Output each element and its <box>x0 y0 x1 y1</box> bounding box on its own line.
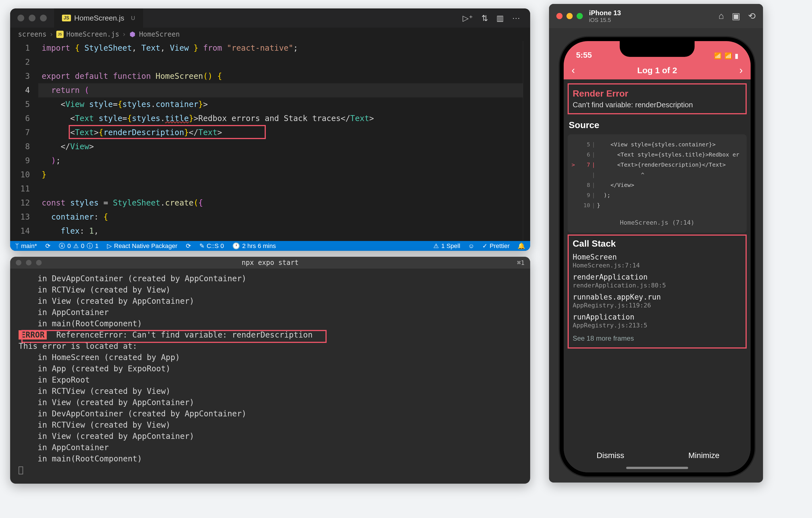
stack-frame[interactable]: runApplicationAppRegistry.js:213:5 <box>573 313 742 329</box>
stack-frame[interactable]: renderApplicationrenderApplication.js:80… <box>573 273 742 289</box>
simulator-titlebar: iPhone 13 iOS 15.5 ⌂ ▣ ⟲ <box>549 4 763 28</box>
breadcrumb-item[interactable]: HomeScreen.js <box>66 30 119 38</box>
terminal-titlebar: npx expo start ⌘1 <box>10 257 530 268</box>
home-indicator[interactable] <box>626 467 688 469</box>
more-icon[interactable]: ⋯ <box>512 13 520 23</box>
line-gutter: 1234567891011121314 <box>10 41 38 241</box>
vscode-window: JS HomeScreen.js U ▷⁺ ⇅ ▥ ⋯ screens› JS … <box>10 8 530 251</box>
minimap[interactable] <box>523 41 530 241</box>
split-editor-icon[interactable]: ▥ <box>496 13 504 23</box>
packager-status[interactable]: ▷ React Native Packager <box>107 242 177 250</box>
vscode-tabbar: JS HomeScreen.js U ▷⁺ ⇅ ▥ ⋯ <box>10 8 530 28</box>
source-block: 5| <View style={styles.container}> 6| <T… <box>568 134 747 233</box>
redbox-body[interactable]: Render Error Can't find variable: render… <box>564 79 751 352</box>
editor-tools: ▷⁺ ⇅ ▥ ⋯ <box>463 13 530 23</box>
git-compare-icon[interactable]: ⇅ <box>482 13 488 23</box>
breadcrumb-item[interactable]: screens <box>18 30 47 38</box>
run-icon[interactable]: ▷⁺ <box>463 13 473 23</box>
prettier-status[interactable]: ✓ Prettier <box>482 242 510 250</box>
callstack-card: Call Stack HomeScreenHomeScreen.js:7:14r… <box>568 234 747 348</box>
wifi-icon: 📶 <box>724 52 732 60</box>
symbol-icon: ⬢ <box>129 31 136 38</box>
signal-icon: 📶 <box>714 52 722 60</box>
terminal-title: npx expo start <box>241 259 298 267</box>
prev-log-button[interactable]: ‹ <box>572 64 575 76</box>
time-status[interactable]: 🕐 2 hrs 6 mins <box>232 242 276 250</box>
rotate-icon[interactable]: ⟲ <box>748 11 756 21</box>
os-version: iOS 15.5 <box>589 17 621 23</box>
stack-frame[interactable]: runnables.appKey.runAppRegistry.js:119:2… <box>573 293 742 309</box>
editor-tab[interactable]: JS HomeScreen.js U <box>54 8 143 28</box>
breadcrumb-item[interactable]: HomeScreen <box>139 30 180 38</box>
window-traffic-lights[interactable] <box>10 15 54 21</box>
callstack-heading: Call Stack <box>573 238 742 249</box>
tab-filename: HomeScreen.js <box>74 14 124 23</box>
status-bar: ᛘ main* ⟳ ⓧ 0 ⚠ 0 ⓘ 1 ▷ React Native Pac… <box>10 241 530 251</box>
home-icon[interactable]: ⌂ <box>719 11 724 21</box>
copilot-icon[interactable]: ☺ <box>468 242 474 250</box>
device-name: iPhone 13 <box>589 9 621 17</box>
sync-icon[interactable]: ⟳ <box>45 242 50 250</box>
profile-status[interactable]: ✎ C::S 0 <box>199 242 224 250</box>
notch <box>620 41 695 57</box>
battery-icon: ▮ <box>735 52 738 60</box>
screenshot-icon[interactable]: ▣ <box>732 11 740 21</box>
js-icon: JS <box>62 15 71 21</box>
terminal-shortcut: ⌘1 <box>517 259 525 266</box>
code-editor[interactable]: 1234567891011121314 import { StyleSheet,… <box>10 41 530 241</box>
reload-icon[interactable]: ⟳ <box>186 242 191 250</box>
problems-status[interactable]: ⓧ 0 ⚠ 0 ⓘ 1 <box>59 242 98 250</box>
breadcrumb[interactable]: screens› JS HomeScreen.js› ⬢ HomeScreen <box>10 28 530 41</box>
log-nav-bar: ‹ Log 1 of 2 › <box>564 61 751 79</box>
iphone-frame: 5:55 📶📶▮ ‹ Log 1 of 2 › Render Error Can… <box>560 37 755 476</box>
code-area[interactable]: import { StyleSheet, Text, View } from "… <box>38 41 523 241</box>
spell-status[interactable]: ⚠ 1 Spell <box>433 242 460 250</box>
terminal-body[interactable]: in DevAppContainer (created by AppContai… <box>10 268 530 480</box>
ios-clock: 5:55 <box>576 51 592 60</box>
js-icon: JS <box>56 31 64 38</box>
window-traffic-lights[interactable] <box>10 260 47 265</box>
stack-frame[interactable]: HomeScreenHomeScreen.js:7:14 <box>573 253 742 269</box>
tab-dirty-indicator: U <box>131 15 135 21</box>
more-frames-link[interactable]: See 18 more frames <box>573 335 742 342</box>
terminal-window: npx expo start ⌘1 in DevAppContainer (cr… <box>10 257 530 484</box>
next-log-button[interactable]: › <box>740 64 743 76</box>
source-heading: Source <box>569 120 746 131</box>
log-counter: Log 1 of 2 <box>637 66 677 75</box>
iphone-screen: 5:55 📶📶▮ ‹ Log 1 of 2 › Render Error Can… <box>564 41 751 472</box>
window-traffic-lights[interactable] <box>556 13 583 19</box>
git-branch[interactable]: ᛘ main* <box>15 242 37 250</box>
error-card: Render Error Can't find variable: render… <box>568 83 747 114</box>
error-title: Render Error <box>573 88 742 99</box>
error-message: Can't find variable: renderDescription <box>573 100 742 109</box>
bell-icon[interactable]: 🔔 <box>518 242 525 250</box>
